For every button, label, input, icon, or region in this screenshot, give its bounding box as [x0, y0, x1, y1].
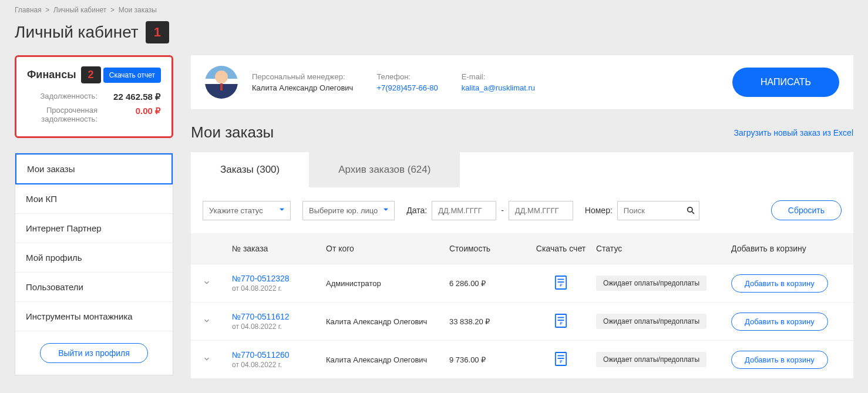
chevron-down-icon[interactable]	[203, 355, 211, 363]
header-from: От кого	[326, 244, 449, 253]
annotation-2: 2	[81, 66, 101, 83]
table-header: № заказа От кого Стоимость Скачать счет …	[191, 233, 853, 264]
svg-text:₽: ₽	[560, 359, 563, 364]
sidebar-item-users[interactable]: Пользователи	[15, 273, 173, 302]
order-from: Калита Александр Олегович	[326, 317, 449, 326]
tabs: Заказы (300) Архив заказов (624)	[191, 152, 853, 187]
invoice-icon[interactable]: ₽	[554, 275, 567, 290]
order-date: от 04.08.2022 г.	[232, 284, 326, 293]
add-to-cart-button[interactable]: Добавить в корзину	[731, 351, 828, 369]
status-badge: Ожидает оплаты/предоплаты	[596, 352, 706, 367]
filters: Укажите статус Выберите юр. лицо Дата: -…	[191, 187, 853, 233]
svg-point-0	[688, 207, 692, 212]
svg-line-1	[692, 211, 694, 214]
email-label: E-mail:	[462, 72, 535, 81]
phone-link[interactable]: +7(928)457-66-80	[376, 83, 438, 92]
sidebar-item-kp[interactable]: Мои КП	[15, 184, 173, 214]
sidebar-item-tools[interactable]: Инструменты монтажника	[15, 302, 173, 331]
status-select[interactable]: Укажите статус	[203, 201, 291, 220]
order-from: Администратор	[326, 279, 449, 288]
finance-title: Финансы	[27, 69, 76, 81]
order-from: Калита Александр Олегович	[326, 355, 449, 364]
tab-orders[interactable]: Заказы (300)	[191, 152, 309, 187]
order-date: от 04.08.2022 г.	[232, 323, 326, 331]
header-invoice: Скачать счет	[526, 244, 596, 253]
logout-button[interactable]: Выйти из профиля	[40, 343, 148, 363]
debt-value: 22 462.58 ₽	[113, 92, 161, 102]
entity-select[interactable]: Выберите юр. лицо	[302, 201, 395, 220]
overdue-value: 0.00 ₽	[136, 106, 161, 123]
header-num: № заказа	[232, 244, 326, 253]
order-link[interactable]: №770-0511260	[232, 350, 326, 360]
sidebar-menu: Мои заказы Мои КП Интернет Партнер Мой п…	[15, 153, 173, 375]
table-row: №770-0511260от 04.08.2022 г. Калита Алек…	[191, 341, 853, 379]
write-button[interactable]: НАПИСАТЬ	[732, 68, 839, 97]
breadcrumb: Главная > Личный кабинет > Мои заказы	[15, 6, 853, 14]
upload-excel-link[interactable]: Загрузить новый заказ из Excel	[734, 128, 853, 137]
table-row: №770-0511612от 04.08.2022 г. Калита Алек…	[191, 303, 853, 341]
invoice-icon[interactable]: ₽	[554, 351, 567, 367]
order-date: от 04.08.2022 г.	[232, 361, 326, 369]
add-to-cart-button[interactable]: Добавить в корзину	[731, 274, 828, 293]
date-dash: -	[501, 206, 504, 215]
reset-button[interactable]: Сбросить	[771, 200, 842, 220]
debt-label: Задолженность:	[27, 92, 97, 102]
search-icon[interactable]	[687, 206, 695, 214]
manager-card: Персональный менеджер: Калита Александр …	[191, 55, 853, 109]
header-status: Статус	[596, 244, 731, 253]
header-cart: Добавить в корзину	[731, 244, 842, 253]
chevron-down-icon[interactable]	[203, 317, 211, 325]
manager-name: Калита Александр Олегович	[252, 83, 353, 92]
svg-text:₽: ₽	[560, 321, 563, 326]
orders-table: № заказа От кого Стоимость Скачать счет …	[191, 233, 853, 379]
header-cost: Стоимость	[449, 244, 526, 253]
invoice-icon[interactable]: ₽	[554, 313, 567, 328]
orders-title: Мои заказы	[191, 123, 274, 142]
sidebar-item-orders[interactable]: Мои заказы	[15, 153, 173, 184]
order-link[interactable]: №770-0512328	[232, 274, 326, 283]
annotation-1: 1	[146, 21, 169, 43]
date-to-input[interactable]	[509, 201, 573, 220]
order-cost: 33 838.20 ₽	[449, 317, 526, 326]
avatar	[205, 66, 238, 99]
finance-card: Финансы 2 Скачать отчет Задолженность: 2…	[15, 55, 173, 138]
sidebar-item-partner[interactable]: Интернет Партнер	[15, 214, 173, 243]
page-title: Личный кабинет	[15, 23, 139, 42]
date-from-input[interactable]	[432, 201, 496, 220]
chevron-down-icon[interactable]	[203, 278, 211, 287]
number-label: Номер:	[585, 206, 613, 215]
date-label: Дата:	[406, 206, 427, 215]
status-badge: Ожидает оплаты/предоплаты	[596, 276, 706, 291]
phone-label: Телефон:	[376, 72, 438, 81]
order-cost: 9 736.00 ₽	[449, 355, 526, 364]
email-link[interactable]: kalita_a@rusklimat.ru	[462, 83, 535, 92]
manager-label: Персональный менеджер:	[252, 72, 353, 81]
overdue-label: Просроченная задолженность:	[27, 106, 97, 123]
status-badge: Ожидает оплаты/предоплаты	[596, 314, 706, 329]
tab-archive[interactable]: Архив заказов (624)	[309, 152, 460, 187]
order-link[interactable]: №770-0511612	[232, 312, 326, 321]
svg-text:₽: ₽	[560, 283, 563, 288]
order-cost: 6 286.00 ₽	[449, 279, 526, 288]
download-report-button[interactable]: Скачать отчет	[103, 68, 161, 83]
table-row: №770-0512328от 04.08.2022 г. Администрат…	[191, 264, 853, 303]
add-to-cart-button[interactable]: Добавить в корзину	[731, 313, 828, 331]
sidebar-item-profile[interactable]: Мой профиль	[15, 243, 173, 273]
